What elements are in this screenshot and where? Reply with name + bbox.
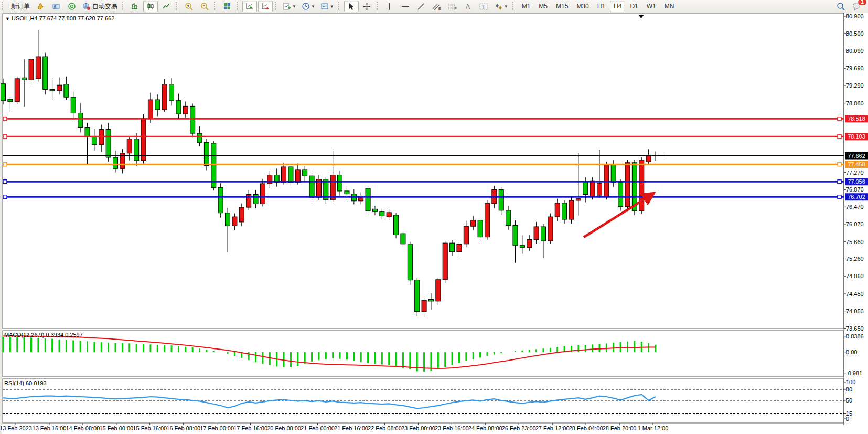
y-axis-tick: 75.260 xyxy=(846,256,864,262)
x-axis-label: 21 Feb 00:00 xyxy=(301,425,335,431)
line-anchor-handle[interactable] xyxy=(3,163,7,166)
fibonacci-button[interactable]: F xyxy=(445,1,460,12)
zoom-out-button[interactable] xyxy=(197,1,212,12)
x-axis-label: 15 Feb 16:00 xyxy=(133,425,167,431)
new-order-button[interactable]: 新订单 xyxy=(7,1,32,12)
terminal-button[interactable] xyxy=(65,1,79,12)
crosshair-button[interactable] xyxy=(360,1,374,12)
candle-body xyxy=(218,187,223,213)
timeframe-mn[interactable]: MN xyxy=(661,1,678,12)
equidistant-channel-button[interactable]: E xyxy=(430,1,444,12)
candle-body xyxy=(478,220,483,237)
horizontal-line-icon xyxy=(401,3,410,10)
navigator-icon xyxy=(52,2,60,10)
y-axis-tick: 76.470 xyxy=(846,204,864,210)
candle-body xyxy=(134,139,139,161)
candle-body xyxy=(372,209,377,211)
timeframe-h4[interactable]: H4 xyxy=(610,1,625,12)
line-anchor-handle[interactable] xyxy=(3,180,7,184)
timeframe-w1[interactable]: W1 xyxy=(643,1,660,12)
periods-button[interactable]: ▼ xyxy=(299,1,317,12)
notifications-button[interactable]: 1 xyxy=(849,1,864,12)
candlestick-chart-button[interactable] xyxy=(143,1,158,12)
candle-body xyxy=(190,106,195,133)
timeframe-group: M1M5M15M30H1H4D1W1MN xyxy=(511,0,679,13)
main-chart-canvas[interactable]: 80.90080.50080.09079.69079.29078.88077.2… xyxy=(0,13,868,434)
candle-body xyxy=(15,79,19,101)
candle-body xyxy=(604,164,609,197)
timeframe-h1[interactable]: H1 xyxy=(594,1,609,12)
chart-shift-icon xyxy=(261,2,270,10)
line-anchor-handle[interactable] xyxy=(3,195,7,199)
chart-shift-button[interactable] xyxy=(258,1,273,12)
timeframe-m5[interactable]: M5 xyxy=(535,1,551,12)
tile-windows-button[interactable] xyxy=(220,1,234,12)
text-label-icon: T xyxy=(479,3,488,10)
candle-body xyxy=(183,106,188,114)
templates-button[interactable]: ▼ xyxy=(318,1,336,12)
candle-body xyxy=(527,240,532,248)
timeframe-d1[interactable]: D1 xyxy=(626,1,641,12)
candle-body xyxy=(408,244,412,280)
timeframe-m15[interactable]: M15 xyxy=(552,1,572,12)
autotrading-button[interactable]: 自动交易 xyxy=(80,1,120,12)
candle-body xyxy=(148,100,153,119)
symbol-dropdown-icon[interactable]: ▼ xyxy=(5,16,10,22)
zoom-group xyxy=(174,0,273,13)
market-watch-icon xyxy=(36,2,45,10)
pane-border xyxy=(3,379,844,423)
line-anchor-handle[interactable] xyxy=(838,195,841,199)
timeframe-m1[interactable]: M1 xyxy=(518,1,534,12)
toolbar-grip xyxy=(338,2,342,10)
candle-body xyxy=(36,57,40,79)
navigator-button[interactable] xyxy=(49,1,63,12)
new-order-label: 新订单 xyxy=(11,2,30,11)
svg-text:T: T xyxy=(482,4,485,9)
arrow-objects-icon xyxy=(495,3,503,10)
line-anchor-handle[interactable] xyxy=(838,117,841,121)
text-label-button[interactable]: T xyxy=(477,1,491,12)
y-axis-tick: 77.270 xyxy=(846,170,864,176)
line-anchor-handle[interactable] xyxy=(838,180,841,184)
zoom-in-button[interactable] xyxy=(181,1,196,12)
tile-windows-icon xyxy=(223,2,231,10)
toolbar-grip xyxy=(2,2,5,10)
y-axis-tick: 74.860 xyxy=(846,273,864,279)
dropdown-arrow-icon: ▼ xyxy=(504,4,508,9)
candle-body xyxy=(457,245,462,252)
y-axis-tick: 74.050 xyxy=(846,308,864,314)
line-anchor-handle[interactable] xyxy=(3,135,7,139)
chart-title: ▼ USOil-,H4 77.674 77.808 77.620 77.662 xyxy=(5,15,114,22)
y-axis-tick: 80.500 xyxy=(846,30,864,37)
candle-body xyxy=(534,227,539,240)
timeframe-m30[interactable]: M30 xyxy=(573,1,592,12)
horizontal-line-button[interactable] xyxy=(398,1,413,12)
line-anchor-handle[interactable] xyxy=(838,163,841,166)
search-button[interactable] xyxy=(833,1,848,12)
line-anchor-handle[interactable] xyxy=(3,117,7,121)
market-watch-button[interactable] xyxy=(33,1,48,12)
vertical-line-button[interactable] xyxy=(382,1,397,12)
candle-body xyxy=(92,137,97,145)
x-axis-label: 16 Feb 08:00 xyxy=(166,425,200,431)
candle-body xyxy=(1,84,6,101)
chart-window[interactable]: 80.90080.50080.09079.69079.29078.88077.2… xyxy=(0,13,868,434)
indicators-button[interactable]: ▼ xyxy=(281,1,298,12)
candle-body xyxy=(232,217,237,226)
trendline-button[interactable] xyxy=(414,1,428,12)
auto-scroll-button[interactable] xyxy=(242,1,257,12)
text-button[interactable]: A xyxy=(461,1,476,12)
cursor-button[interactable] xyxy=(344,1,359,12)
y-axis-tick: 73.650 xyxy=(846,325,864,332)
bar-chart-icon xyxy=(131,2,139,10)
mt4-window: 新订单 自动交易 xyxy=(0,0,868,434)
toolbar-grip xyxy=(512,2,516,10)
candle-body xyxy=(22,78,27,80)
candle-body xyxy=(576,199,581,200)
arrows-button[interactable]: ▼ xyxy=(492,1,510,12)
line-anchor-handle[interactable] xyxy=(838,135,841,139)
candle-body xyxy=(85,128,90,137)
bar-chart-button[interactable] xyxy=(127,1,142,12)
line-chart-button[interactable] xyxy=(159,1,174,12)
x-axis-label: 23 Feb 16:00 xyxy=(435,425,469,431)
